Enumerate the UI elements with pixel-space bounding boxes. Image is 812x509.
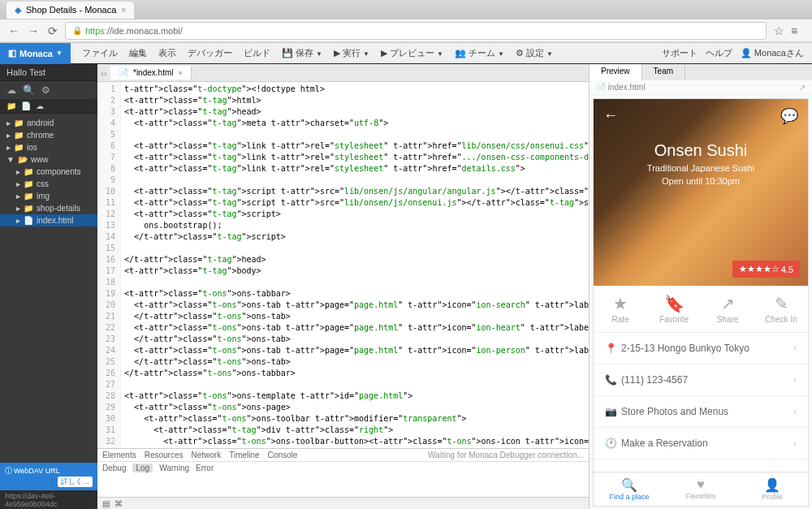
toolbar-プレビュー[interactable]: ▶プレビュー ▼ <box>376 44 448 63</box>
tab-Find a place[interactable]: 🔍Find a place <box>594 472 665 506</box>
toolbar-設定[interactable]: ⚙設定 ▼ <box>511 44 558 63</box>
detail-item[interactable]: 📍2-15-13 Hongo Bunkyo Tokyo› <box>594 333 808 364</box>
close-icon[interactable]: × <box>121 6 126 15</box>
toolbar-実行[interactable]: ▶実行 ▼ <box>329 44 374 63</box>
shop-desc-1: Traditional Japanese Sushi <box>594 163 808 173</box>
url-bar: ← → ⟳ 🔒 https://ide.monaca.mobi/ ☆ ≡ <box>0 19 812 42</box>
action-Rate[interactable]: ★Rate <box>594 286 647 332</box>
menu-icon[interactable]: ≡ <box>791 24 806 37</box>
gear-icon[interactable]: ⚙ <box>41 84 50 96</box>
device-preview: ← 💬 Onsen Sushi Traditional Japanese Sus… <box>593 98 809 507</box>
ide-toolbar: ◧Monaca▼ ファイル編集表示デバッガービルド💾保存 ▼▶実行 ▼▶プレビュ… <box>0 43 812 64</box>
debugger-status: Waiting for Monaca Debugger connection..… <box>428 451 584 459</box>
action-Share[interactable]: ↗Share <box>701 286 754 332</box>
action-Check In[interactable]: ✎Check In <box>754 286 808 332</box>
tab-Favorites[interactable]: ♥Favorites <box>665 472 736 506</box>
forward-icon[interactable]: → <box>26 24 41 38</box>
console-Debug[interactable]: Debug <box>102 464 126 472</box>
devtools-tab-Console[interactable]: Console <box>268 451 298 459</box>
menu-編集[interactable]: 編集 <box>124 44 152 63</box>
search-icon[interactable]: 🔍 <box>23 84 35 96</box>
tree-item-android[interactable]: ▸ 📁android <box>0 117 97 129</box>
tree-item-index.html[interactable]: ▸ 📄index.html <box>0 214 97 226</box>
preview-file: 📄 index.html ↗ <box>590 80 812 95</box>
back-arrow-icon[interactable]: ← <box>603 107 618 125</box>
devtools-tab-Elements[interactable]: Elements <box>102 451 136 459</box>
upload-icon[interactable]: ☁ <box>36 101 44 110</box>
bookmark-icon[interactable]: ☆ <box>771 24 786 38</box>
menu-ファイル[interactable]: ファイル <box>77 44 123 63</box>
shop-title: Onsen Sushi <box>594 141 808 160</box>
tree-item-shop-details[interactable]: ▸ 📁shop-details <box>0 202 97 214</box>
hero-card: ← 💬 Onsen Sushi Traditional Japanese Sus… <box>594 99 808 286</box>
file-tree: ▸ 📁android▸ 📁chrome▸ 📁ios▼ 📂www▸ 📁compon… <box>0 114 97 463</box>
terminal-icon[interactable]: ⌘ <box>114 499 123 508</box>
tree-item-www[interactable]: ▼ 📂www <box>0 153 97 166</box>
action-Favorite[interactable]: 🔖Favorite <box>647 286 701 332</box>
devtools-tab-Timeline[interactable]: Timeline <box>229 451 259 459</box>
webdav-bar[interactable]: ⓘWebDAV URL 詳しく... <box>0 463 97 490</box>
link-ヘルプ[interactable]: ヘルプ <box>706 47 732 59</box>
browser-tab-bar: ◆ Shop Details - Monaca × <box>0 0 812 19</box>
tab-Profile[interactable]: 👤Profile <box>736 472 808 506</box>
tab-prev-icon[interactable]: ‹› <box>97 68 110 78</box>
tree-item-ios[interactable]: ▸ 📁ios <box>0 141 97 153</box>
cloud-icon[interactable]: ☁ <box>6 84 16 96</box>
monaca-logo[interactable]: ◧Monaca▼ <box>0 43 71 64</box>
menu-ビルド[interactable]: ビルド <box>239 44 275 63</box>
status-url: https://dav-4e9-4e959e0b004dc <box>0 490 97 509</box>
tree-item-css[interactable]: ▸ 📁css <box>0 178 97 190</box>
menu-表示[interactable]: 表示 <box>153 44 181 63</box>
devtools: ElementsResourcesNetworkTimelineConsoleW… <box>97 448 589 497</box>
code-editor[interactable]: 1234567891011121314151617181920212223242… <box>97 82 589 448</box>
browser-tab[interactable]: ◆ Shop Details - Monaca × <box>6 2 134 19</box>
file-tab-label: *index.html <box>133 68 173 77</box>
rating-badge: ★★★★☆ 4.5 <box>732 261 800 278</box>
open-external-icon[interactable]: ↗ <box>799 83 806 92</box>
star-icon: ★★★★☆ <box>739 264 780 274</box>
chat-icon[interactable]: 💬 <box>780 107 798 125</box>
lock-icon: 🔒 <box>72 26 82 35</box>
reload-icon[interactable]: ⟳ <box>45 24 60 38</box>
file-icon[interactable]: 📄 <box>21 101 31 110</box>
url-input[interactable]: 🔒 https://ide.monaca.mobi/ <box>65 22 767 40</box>
menu-デバッガー[interactable]: デバッガー <box>183 44 237 63</box>
devtools-tab-Network[interactable]: Network <box>192 451 222 459</box>
console-Log[interactable]: Log <box>132 464 153 472</box>
tree-item-components[interactable]: ▸ 📁components <box>0 166 97 178</box>
sidebar: Hallo Test ☁ 🔍 ⚙ 📁 📄 ☁ ▸ 📁android▸ 📁chro… <box>0 64 97 509</box>
detail-item[interactable]: 📞(111) 123-4567› <box>594 364 808 396</box>
shop-desc-2: Open until 10:30pm <box>594 176 808 186</box>
status-bar: ▤ ⌘ <box>97 497 589 509</box>
user-menu[interactable]: 👤 Monacaさん <box>741 47 804 59</box>
link-サポート[interactable]: サポート <box>662 47 698 59</box>
preview-pane: PreviewTeam 📄 index.html ↗ ← 💬 Onsen Sus… <box>589 64 812 509</box>
toolbar-チーム[interactable]: 👥チーム ▼ <box>450 44 509 63</box>
browser-tab-title: Shop Details - Monaca <box>26 5 116 15</box>
close-icon[interactable]: × <box>178 69 182 77</box>
file-tabs: ‹› 📄 *index.html × <box>97 64 589 82</box>
project-title: Hallo Test <box>0 64 97 81</box>
folder-icon[interactable]: 📁 <box>6 101 16 110</box>
split-icon[interactable]: ▤ <box>102 499 110 508</box>
editor-pane: ‹› 📄 *index.html × 123456789101112131415… <box>97 64 589 509</box>
detail-item[interactable]: 🕐Make a Reservation› <box>594 428 808 459</box>
devtools-tab-Resources[interactable]: Resources <box>145 451 184 459</box>
back-icon[interactable]: ← <box>6 24 21 38</box>
detail-item[interactable]: 📷Store Photos and Menus› <box>594 396 808 428</box>
preview-tab-Team[interactable]: Team <box>642 64 685 80</box>
tree-item-img[interactable]: ▸ 📁img <box>0 190 97 202</box>
console-Warning[interactable]: Warning <box>159 464 189 472</box>
console-Error[interactable]: Error <box>196 464 214 472</box>
browser-chrome: ◆ Shop Details - Monaca × ← → ⟳ 🔒 https:… <box>0 0 812 43</box>
tree-item-chrome[interactable]: ▸ 📁chrome <box>0 129 97 141</box>
preview-tab-Preview[interactable]: Preview <box>590 64 642 80</box>
toolbar-保存[interactable]: 💾保存 ▼ <box>277 44 327 63</box>
file-tab[interactable]: 📄 *index.html × <box>110 66 192 80</box>
